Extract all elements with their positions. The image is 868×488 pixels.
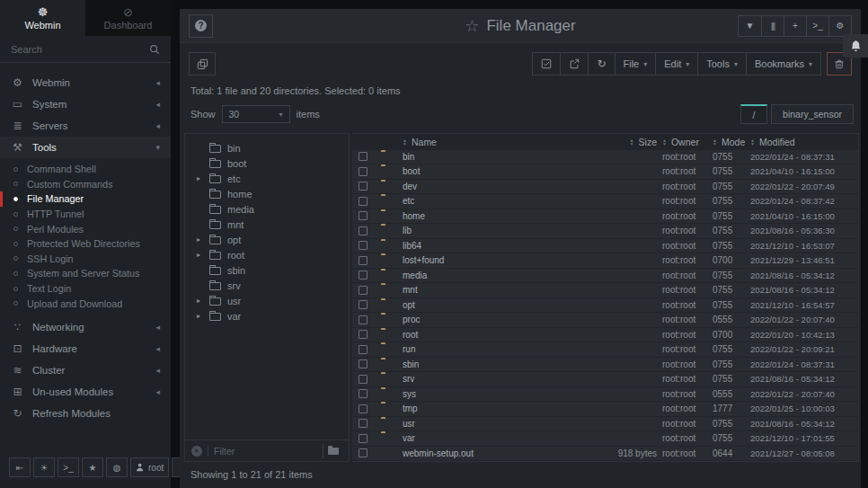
row-checkbox[interactable]	[359, 286, 368, 295]
row-checkbox[interactable]	[359, 359, 368, 368]
tab-dashboard[interactable]: ⊘ Dashboard	[85, 0, 171, 36]
table-row[interactable]: proc root:root 0555 2022/01/22 - 20:07:4…	[352, 313, 858, 327]
select-all-button[interactable]	[533, 53, 560, 75]
file-name[interactable]: usr	[403, 419, 513, 429]
export-button[interactable]	[560, 53, 588, 75]
add-button[interactable]: +	[784, 16, 806, 36]
row-checkbox[interactable]	[359, 197, 368, 206]
table-row[interactable]: boot root:root 0755 2021/04/10 - 16:15:0…	[352, 164, 858, 179]
file-name[interactable]: lost+found	[403, 255, 513, 265]
favorite-star-icon[interactable]: ☆	[465, 16, 479, 36]
sidebar-category[interactable]: ≋ Cluster ◂	[0, 359, 171, 381]
sidebar-item[interactable]: Protected Web Directories	[0, 236, 171, 252]
tree-item[interactable]: ▸ opt	[185, 232, 349, 247]
breadcrumb-root[interactable]: /	[740, 104, 767, 124]
file-name[interactable]: sbin	[403, 359, 513, 369]
terminal-button[interactable]: >_	[58, 457, 79, 477]
sidebar-item[interactable]: System and Server Status	[0, 266, 171, 281]
row-checkbox[interactable]	[359, 152, 368, 161]
sidebar-category[interactable]: ⊞ Un-used Modules ◂	[0, 381, 171, 403]
copy-path-button[interactable]	[189, 52, 216, 75]
table-row[interactable]: root root:root 0700 2022/01/20 - 10:42:1…	[352, 328, 858, 342]
expand-arrow-icon[interactable]: ▸	[194, 235, 203, 244]
table-row[interactable]: sys root:root 0555 2022/01/22 - 20:07:40	[352, 387, 858, 402]
row-checkbox[interactable]	[359, 256, 368, 265]
row-checkbox[interactable]	[359, 182, 368, 191]
search-input[interactable]	[11, 44, 149, 55]
tree-item[interactable]: srv	[185, 278, 349, 293]
table-row[interactable]: lost+found root:root 0700 2021/12/29 - 1…	[352, 253, 858, 268]
row-checkbox[interactable]	[359, 211, 368, 220]
table-row[interactable]: dev root:root 0755 2022/01/22 - 20:07:49	[352, 180, 858, 194]
tree-item[interactable]: boot	[185, 155, 349, 171]
goto-folder-button[interactable]	[323, 444, 342, 458]
file-name[interactable]: etc	[403, 196, 513, 206]
row-checkbox[interactable]	[359, 226, 368, 235]
table-row[interactable]: opt root:root 0755 2021/12/10 - 16:54:57	[352, 298, 858, 313]
expand-arrow-icon[interactable]: ▸	[194, 312, 203, 320]
column-header-mode[interactable]: ▲▼ Mode	[713, 137, 750, 147]
tree-item[interactable]: sbin	[185, 262, 349, 278]
file-name[interactable]: root	[403, 330, 513, 340]
sidebar-item[interactable]: Perl Modules	[0, 221, 171, 236]
table-row[interactable]: usr root:root 0755 2021/08/16 - 05:34:12	[352, 417, 858, 431]
user-button[interactable]: root	[130, 457, 169, 477]
tree-item[interactable]: ▸ usr	[185, 293, 349, 308]
file-name[interactable]: lib64	[403, 241, 513, 251]
row-checkbox[interactable]	[359, 241, 368, 250]
tree-item[interactable]: ▸ etc	[185, 171, 349, 186]
column-header-name[interactable]: ▲▼ Name	[403, 137, 513, 147]
file-name[interactable]: home	[403, 211, 513, 221]
row-checkbox[interactable]	[359, 330, 368, 339]
table-row[interactable]: srv root:root 0755 2021/08/16 - 05:34:12	[352, 372, 858, 386]
sidebar-item[interactable]: Upload and Download	[0, 296, 171, 311]
tree-item[interactable]: ▸ var	[185, 308, 349, 324]
settings-button[interactable]: ⚙	[828, 16, 851, 36]
refresh-button[interactable]: ↻	[588, 53, 614, 75]
expand-arrow-icon[interactable]: ▸	[194, 297, 203, 305]
collapse-sidebar-button[interactable]: ⇤	[9, 457, 31, 477]
tree-item[interactable]: media	[185, 201, 349, 217]
favorites-button[interactable]: ★	[82, 457, 103, 477]
table-row[interactable]: bin root:root 0755 2022/01/24 - 08:37:31	[352, 150, 858, 164]
palette-button[interactable]: ◍	[106, 457, 128, 477]
file-name[interactable]: srv	[403, 374, 513, 384]
table-row[interactable]: lib root:root 0755 2021/08/16 - 05:36:30	[352, 224, 858, 238]
column-header-modified[interactable]: ▲▼ Modified	[750, 137, 858, 147]
columns-button[interactable]: |||	[761, 16, 784, 36]
expand-arrow-icon[interactable]: ▸	[194, 251, 203, 259]
sidebar-category[interactable]: ↻ Refresh Modules	[0, 403, 171, 424]
table-row[interactable]: media root:root 0755 2021/08/16 - 05:34:…	[352, 269, 858, 283]
tree-item[interactable]: bin	[185, 140, 349, 155]
table-row[interactable]: tmp root:root 1777 2022/01/25 - 10:00:03	[352, 402, 858, 416]
sidebar-category[interactable]: ≣ Servers ◂	[0, 115, 171, 137]
file-name[interactable]: proc	[403, 315, 513, 324]
row-checkbox[interactable]	[359, 375, 368, 384]
row-checkbox[interactable]	[359, 389, 368, 398]
tree-filter-input[interactable]	[214, 446, 317, 457]
sidebar-category[interactable]: ∵ Networking ◂	[0, 316, 171, 338]
sidebar-item[interactable]: Custom Commands	[0, 177, 171, 192]
toolbar-menu[interactable]: Edit ▾	[655, 53, 697, 75]
file-name[interactable]: boot	[403, 166, 513, 176]
row-checkbox[interactable]	[359, 434, 368, 443]
row-checkbox[interactable]	[359, 419, 368, 428]
row-checkbox[interactable]	[359, 300, 368, 309]
toolbar-menu[interactable]: Tools ▾	[697, 53, 746, 75]
row-checkbox[interactable]	[359, 167, 368, 176]
notifications-tab[interactable]	[843, 34, 868, 58]
table-row[interactable]: etc root:root 0755 2022/01/24 - 08:37:42	[352, 194, 858, 209]
sidebar-category[interactable]: ▭ System ◂	[0, 93, 171, 115]
table-row[interactable]: sbin root:root 0755 2022/01/24 - 08:37:3…	[352, 358, 858, 372]
sidebar-item[interactable]: HTTP Tunnel	[0, 207, 171, 222]
sidebar-category[interactable]: ⊡ Hardware ◂	[0, 338, 171, 359]
file-name[interactable]: run	[403, 344, 513, 354]
table-row[interactable]: home root:root 0755 2021/04/10 - 16:15:0…	[352, 209, 858, 224]
tree-item[interactable]: home	[185, 186, 349, 201]
file-name[interactable]: dev	[403, 182, 513, 191]
file-name[interactable]: tmp	[403, 404, 513, 413]
sidebar-category[interactable]: ⚒ Tools ▾	[0, 137, 171, 158]
file-name[interactable]: lib	[403, 226, 513, 235]
sidebar-item[interactable]: SSH Login	[0, 252, 171, 267]
file-name[interactable]: bin	[403, 152, 513, 162]
